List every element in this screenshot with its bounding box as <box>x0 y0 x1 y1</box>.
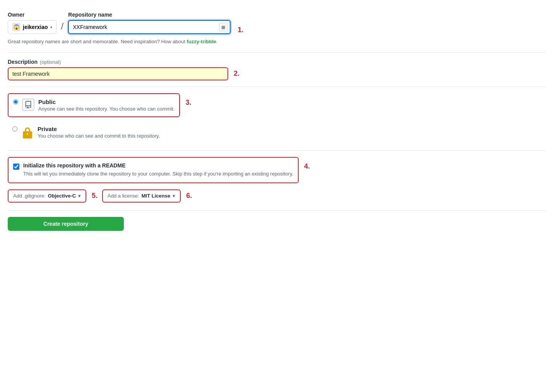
public-radio[interactable] <box>13 99 18 104</box>
repo-name-label: Repository name <box>68 12 231 18</box>
divider-4 <box>8 210 545 211</box>
owner-repo-row: Owner 😱 jeikerxiao ▾ / Repository name ▦… <box>8 12 545 34</box>
step-2-label: 2. <box>234 70 239 78</box>
create-repo-form: Owner 😱 jeikerxiao ▾ / Repository name ▦… <box>8 12 545 231</box>
step-6-label: 6. <box>186 192 192 200</box>
step-5-label: 5. <box>92 192 97 200</box>
private-visibility-text: Private You choose who can see and commi… <box>38 126 160 139</box>
divider-2 <box>8 87 545 87</box>
readme-checkbox[interactable] <box>13 164 19 170</box>
owner-col: Owner 😱 jeikerxiao ▾ <box>8 12 56 34</box>
description-label: Description <box>8 59 38 65</box>
repo-name-col: Repository name ▦ <box>68 12 231 34</box>
description-label-row: Description (optional) <box>8 59 545 65</box>
private-label: Private <box>38 126 160 132</box>
public-repo-icon <box>22 99 34 111</box>
license-row: Add a license: MIT License ▾ 6. <box>102 189 192 203</box>
repo-name-input[interactable] <box>68 20 231 34</box>
divider-3 <box>8 150 545 151</box>
public-option[interactable]: Public Anyone can see this repository. Y… <box>8 93 180 117</box>
readme-row: Initialize this repository with a README… <box>8 157 545 183</box>
public-label: Public <box>38 99 174 105</box>
license-value: MIT License <box>142 193 170 199</box>
readme-label: Initialize this repository with a README <box>23 162 293 169</box>
readme-text: Initialize this repository with a README… <box>23 162 293 178</box>
gitignore-chevron-icon: ▾ <box>78 193 81 199</box>
owner-dropdown-button[interactable]: 😱 jeikerxiao ▾ <box>8 20 56 34</box>
description-input-row: 2. <box>8 67 545 80</box>
readme-description: This will let you immediately clone the … <box>23 170 293 178</box>
license-prefix: Add a license: <box>108 193 139 199</box>
repo-name-hint: Great repository names are short and mem… <box>8 39 545 44</box>
description-section: Description (optional) 2. <box>8 59 545 80</box>
private-option[interactable]: Private You choose who can see and commi… <box>8 121 545 144</box>
repo-input-wrapper: ▦ <box>68 20 231 34</box>
private-description: You choose who can see and commit to thi… <box>38 133 160 139</box>
create-repository-button[interactable]: Create repository <box>8 217 124 231</box>
visibility-section: Public Anyone can see this repository. Y… <box>8 93 545 144</box>
step-1-label: 1. <box>238 26 243 34</box>
gitignore-prefix: Add .gitignore: <box>13 193 46 199</box>
private-repo-icon <box>21 126 34 140</box>
description-input[interactable] <box>8 67 228 80</box>
private-radio[interactable] <box>12 126 17 131</box>
step-4-label: 4. <box>304 162 310 170</box>
license-dropdown[interactable]: Add a license: MIT License ▾ <box>102 189 181 203</box>
public-visibility-text: Public Anyone can see this repository. Y… <box>38 99 174 112</box>
gitignore-dropdown[interactable]: Add .gitignore: Objective-C ▾ <box>8 189 86 203</box>
owner-label: Owner <box>8 12 56 18</box>
gitignore-value: Objective-C <box>48 193 76 199</box>
public-description: Anyone can see this repository. You choo… <box>38 106 174 112</box>
readme-section: Initialize this repository with a README… <box>8 157 545 183</box>
chevron-down-icon: ▾ <box>50 25 52 29</box>
optional-label: (optional) <box>40 59 61 65</box>
readme-option[interactable]: Initialize this repository with a README… <box>8 157 299 183</box>
suggestion-link[interactable]: fuzzy-tribble <box>186 39 216 44</box>
license-chevron-icon: ▾ <box>173 193 175 199</box>
divider-1 <box>8 52 545 53</box>
avatar: 😱 <box>12 23 21 31</box>
step-3-label: 3. <box>185 99 191 107</box>
owner-name: jeikerxiao <box>23 24 48 30</box>
path-separator: / <box>60 21 65 34</box>
public-option-row: Public Anyone can see this repository. Y… <box>8 93 545 121</box>
gitignore-row: Add .gitignore: Objective-C ▾ 5. <box>8 189 97 203</box>
create-button-label: Create repository <box>43 221 88 227</box>
repo-icon: ▦ <box>219 23 227 31</box>
dropdowns-row: Add .gitignore: Objective-C ▾ 5. Add a l… <box>8 189 545 203</box>
